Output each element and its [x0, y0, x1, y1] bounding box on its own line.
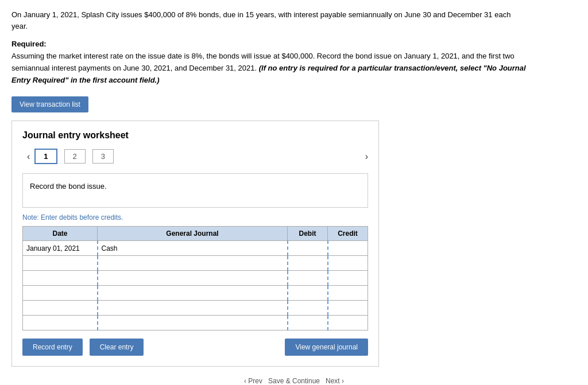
credit-cell-5[interactable]: [328, 301, 368, 316]
table-row: [23, 256, 368, 271]
required-text: Assuming the market interest rate on the…: [11, 50, 528, 86]
debit-cell-4[interactable]: [288, 286, 328, 301]
table-row: [23, 301, 368, 316]
tab-2[interactable]: 2: [64, 149, 86, 164]
credit-cell-1[interactable]: [328, 241, 368, 256]
header-credit: Credit: [328, 227, 368, 241]
date-cell-2: [23, 256, 98, 271]
journal-input-1[interactable]: [102, 244, 284, 252]
worksheet-container: Journal entry worksheet ‹ 1 2 3 › Record…: [11, 120, 379, 367]
intro-text: On January 1, 2021, Splash City issues $…: [11, 9, 528, 32]
table-row: [23, 286, 368, 301]
header-general-journal: General Journal: [98, 227, 288, 241]
credit-input-4[interactable]: [332, 289, 365, 297]
journal-cell-3[interactable]: [98, 271, 288, 286]
credit-input-5[interactable]: [332, 304, 365, 312]
tab-next-button[interactable]: ›: [365, 151, 368, 162]
date-cell-6: [23, 316, 98, 330]
tab-3[interactable]: 3: [92, 149, 114, 164]
date-cell-4: [23, 286, 98, 301]
note-text: Note: Enter debits before credits.: [22, 213, 368, 221]
journal-cell-5[interactable]: [98, 301, 288, 316]
debit-cell-6[interactable]: [288, 316, 328, 330]
credit-input-2[interactable]: [332, 259, 365, 267]
journal-input-5[interactable]: [102, 304, 284, 312]
tabs-row: ‹ 1 2 3 ›: [22, 149, 368, 164]
task-description-box: Record the bond issue.: [22, 173, 368, 208]
view-transaction-button[interactable]: View transaction list: [11, 96, 88, 112]
debit-input-4[interactable]: [292, 289, 324, 297]
journal-input-3[interactable]: [102, 274, 284, 282]
journal-cell-2[interactable]: [98, 256, 288, 271]
date-cell-3: [23, 271, 98, 286]
journal-input-6[interactable]: [102, 319, 284, 327]
header-debit: Debit: [288, 227, 328, 241]
credit-input-6[interactable]: [332, 319, 365, 327]
clear-entry-button[interactable]: Clear entry: [90, 339, 144, 356]
bottom-nav: ‹ Prev Save & Continue Next ›: [11, 377, 577, 385]
journal-cell-6[interactable]: [98, 316, 288, 330]
journal-cell-4[interactable]: [98, 286, 288, 301]
debit-input-5[interactable]: [292, 304, 324, 312]
debit-input-2[interactable]: [292, 259, 324, 267]
credit-cell-3[interactable]: [328, 271, 368, 286]
journal-table: Date General Journal Debit Credit Januar…: [22, 226, 368, 330]
tab-prev-button[interactable]: ‹: [22, 150, 34, 163]
debit-input-6[interactable]: [292, 319, 324, 327]
prev-button[interactable]: ‹ Prev: [244, 377, 262, 385]
tab-1[interactable]: 1: [34, 149, 57, 164]
credit-cell-6[interactable]: [328, 316, 368, 330]
journal-input-4[interactable]: [102, 289, 284, 297]
credit-cell-4[interactable]: [328, 286, 368, 301]
journal-cell-1[interactable]: [98, 241, 288, 256]
table-row: January 01, 2021: [23, 241, 368, 256]
credit-input-3[interactable]: [332, 274, 365, 282]
task-description-text: Record the bond issue.: [30, 182, 107, 190]
date-cell-5: [23, 301, 98, 316]
debit-cell-3[interactable]: [288, 271, 328, 286]
table-row: [23, 316, 368, 330]
debit-cell-2[interactable]: [288, 256, 328, 271]
required-label: Required:: [11, 40, 577, 48]
date-cell-1: January 01, 2021: [23, 241, 98, 256]
save-continue-button[interactable]: Save & Continue: [268, 377, 320, 385]
next-button[interactable]: Next ›: [326, 377, 344, 385]
header-date: Date: [23, 227, 98, 241]
table-row: [23, 271, 368, 286]
record-entry-button[interactable]: Record entry: [22, 339, 83, 356]
journal-input-2[interactable]: [102, 259, 284, 267]
debit-cell-5[interactable]: [288, 301, 328, 316]
credit-input-1[interactable]: [332, 244, 365, 252]
debit-input-3[interactable]: [292, 274, 324, 282]
debit-cell-1[interactable]: [288, 241, 328, 256]
debit-input-1[interactable]: [292, 244, 324, 252]
view-general-journal-button[interactable]: View general journal: [285, 339, 368, 356]
worksheet-title: Journal entry worksheet: [22, 130, 368, 141]
buttons-row: Record entry Clear entry View general jo…: [22, 339, 368, 356]
credit-cell-2[interactable]: [328, 256, 368, 271]
